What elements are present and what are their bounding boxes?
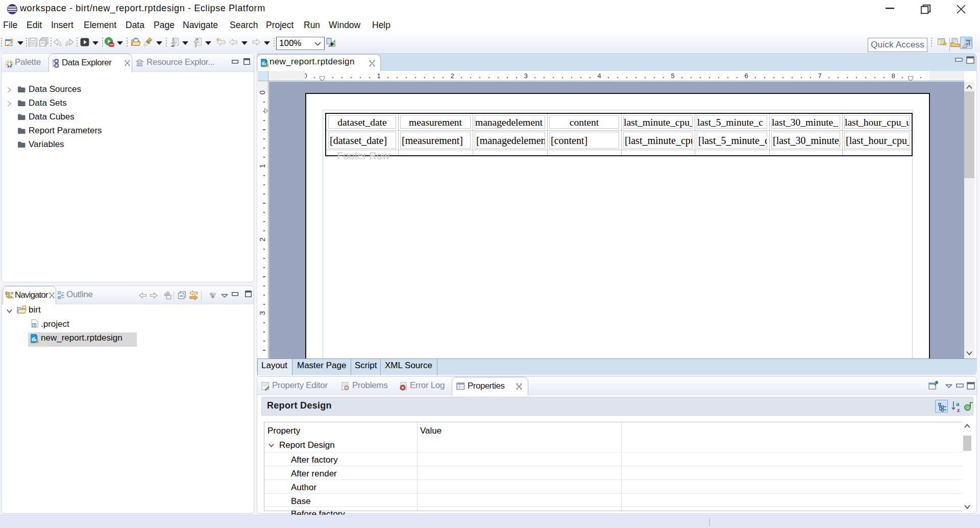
svg-text:X: X [33,323,36,327]
svg-text:z: z [957,406,960,413]
